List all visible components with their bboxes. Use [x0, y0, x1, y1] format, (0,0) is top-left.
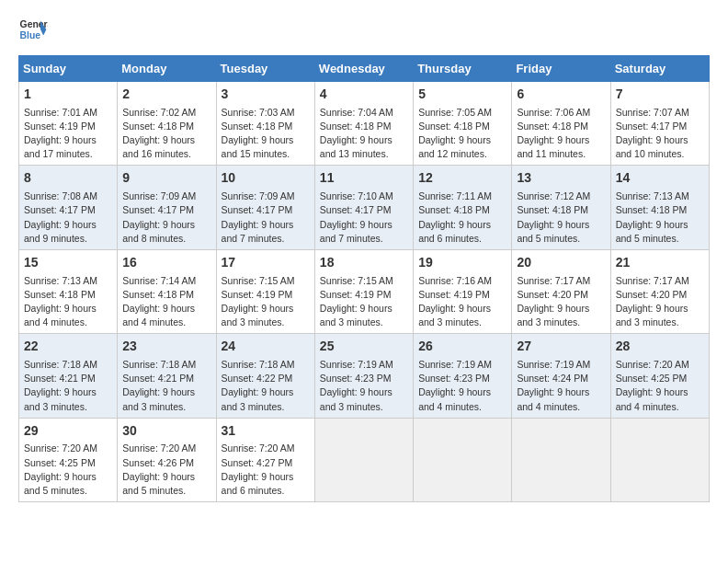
day-number: 30	[122, 422, 210, 441]
day-number: 8	[24, 169, 112, 188]
day-info: Sunrise: 7:19 AMSunset: 4:23 PMDaylight:…	[320, 358, 408, 414]
day-info: Sunrise: 7:02 AMSunset: 4:18 PMDaylight:…	[122, 106, 210, 162]
day-cell: 8Sunrise: 7:08 AMSunset: 4:17 PMDaylight…	[19, 166, 118, 249]
day-info: Sunrise: 7:05 AMSunset: 4:18 PMDaylight:…	[418, 106, 506, 162]
week-row-1: 1Sunrise: 7:01 AMSunset: 4:19 PMDaylight…	[19, 82, 710, 166]
day-number: 19	[418, 254, 506, 272]
day-info: Sunrise: 7:19 AMSunset: 4:24 PMDaylight:…	[517, 358, 605, 414]
day-cell	[610, 418, 709, 501]
day-info: Sunrise: 7:17 AMSunset: 4:20 PMDaylight:…	[517, 274, 605, 330]
day-info: Sunrise: 7:08 AMSunset: 4:17 PMDaylight:…	[24, 190, 112, 246]
day-info: Sunrise: 7:20 AMSunset: 4:26 PMDaylight:…	[122, 442, 210, 498]
day-number: 22	[24, 338, 112, 356]
header-cell-tuesday: Tuesday	[216, 56, 314, 82]
day-cell: 19Sunrise: 7:16 AMSunset: 4:19 PMDayligh…	[414, 249, 512, 333]
day-info: Sunrise: 7:11 AMSunset: 4:18 PMDaylight:…	[418, 190, 506, 246]
logo: General Blue	[18, 15, 51, 44]
day-cell	[414, 418, 512, 501]
day-number: 25	[320, 338, 408, 356]
day-cell: 5Sunrise: 7:05 AMSunset: 4:18 PMDaylight…	[414, 82, 512, 166]
logo-icon: General Blue	[18, 15, 48, 44]
day-number: 27	[517, 338, 605, 356]
day-cell: 11Sunrise: 7:10 AMSunset: 4:17 PMDayligh…	[314, 166, 413, 249]
day-cell: 25Sunrise: 7:19 AMSunset: 4:23 PMDayligh…	[314, 334, 413, 418]
day-cell: 16Sunrise: 7:14 AMSunset: 4:18 PMDayligh…	[118, 249, 216, 333]
day-number: 5	[418, 86, 506, 104]
day-number: 13	[517, 169, 605, 188]
day-number: 23	[122, 338, 210, 356]
day-number: 24	[222, 338, 310, 356]
day-info: Sunrise: 7:12 AMSunset: 4:18 PMDaylight:…	[517, 190, 605, 246]
header-row: SundayMondayTuesdayWednesdayThursdayFrid…	[19, 56, 710, 82]
week-row-2: 8Sunrise: 7:08 AMSunset: 4:17 PMDaylight…	[19, 166, 710, 249]
day-number: 21	[616, 254, 704, 272]
day-cell: 26Sunrise: 7:19 AMSunset: 4:23 PMDayligh…	[414, 334, 512, 418]
day-cell: 21Sunrise: 7:17 AMSunset: 4:20 PMDayligh…	[610, 249, 709, 333]
day-info: Sunrise: 7:20 AMSunset: 4:27 PMDaylight:…	[222, 442, 310, 498]
day-info: Sunrise: 7:03 AMSunset: 4:18 PMDaylight:…	[222, 106, 310, 162]
day-cell: 15Sunrise: 7:13 AMSunset: 4:18 PMDayligh…	[19, 249, 118, 333]
day-info: Sunrise: 7:07 AMSunset: 4:17 PMDaylight:…	[616, 106, 704, 162]
day-number: 17	[222, 254, 310, 272]
week-row-5: 29Sunrise: 7:20 AMSunset: 4:25 PMDayligh…	[19, 418, 710, 501]
day-cell: 13Sunrise: 7:12 AMSunset: 4:18 PMDayligh…	[512, 166, 610, 249]
header-cell-sunday: Sunday	[19, 56, 118, 82]
header-cell-saturday: Saturday	[610, 56, 709, 82]
day-number: 9	[122, 169, 210, 188]
day-cell: 20Sunrise: 7:17 AMSunset: 4:20 PMDayligh…	[512, 249, 610, 333]
day-info: Sunrise: 7:14 AMSunset: 4:18 PMDaylight:…	[122, 274, 210, 330]
day-cell: 27Sunrise: 7:19 AMSunset: 4:24 PMDayligh…	[512, 334, 610, 418]
day-info: Sunrise: 7:20 AMSunset: 4:25 PMDaylight:…	[24, 442, 112, 498]
day-cell: 12Sunrise: 7:11 AMSunset: 4:18 PMDayligh…	[414, 166, 512, 249]
day-cell: 22Sunrise: 7:18 AMSunset: 4:21 PMDayligh…	[19, 334, 118, 418]
day-number: 14	[616, 169, 704, 188]
header-cell-thursday: Thursday	[414, 56, 512, 82]
day-number: 16	[122, 254, 210, 272]
day-info: Sunrise: 7:15 AMSunset: 4:19 PMDaylight:…	[320, 274, 408, 330]
day-info: Sunrise: 7:13 AMSunset: 4:18 PMDaylight:…	[616, 190, 704, 246]
day-number: 15	[24, 254, 112, 272]
day-cell: 14Sunrise: 7:13 AMSunset: 4:18 PMDayligh…	[610, 166, 709, 249]
day-cell: 2Sunrise: 7:02 AMSunset: 4:18 PMDaylight…	[118, 82, 216, 166]
day-cell: 28Sunrise: 7:20 AMSunset: 4:25 PMDayligh…	[610, 334, 709, 418]
day-info: Sunrise: 7:19 AMSunset: 4:23 PMDaylight:…	[418, 358, 506, 414]
day-info: Sunrise: 7:15 AMSunset: 4:19 PMDaylight:…	[222, 274, 310, 330]
day-info: Sunrise: 7:09 AMSunset: 4:17 PMDaylight:…	[122, 190, 210, 246]
day-cell: 17Sunrise: 7:15 AMSunset: 4:19 PMDayligh…	[216, 249, 314, 333]
day-info: Sunrise: 7:13 AMSunset: 4:18 PMDaylight:…	[24, 274, 112, 330]
day-number: 11	[320, 169, 408, 188]
header-cell-friday: Friday	[512, 56, 610, 82]
day-info: Sunrise: 7:09 AMSunset: 4:17 PMDaylight:…	[222, 190, 310, 246]
calendar-table: SundayMondayTuesdayWednesdayThursdayFrid…	[18, 55, 710, 502]
day-cell	[314, 418, 413, 501]
week-row-4: 22Sunrise: 7:18 AMSunset: 4:21 PMDayligh…	[19, 334, 710, 418]
day-info: Sunrise: 7:18 AMSunset: 4:21 PMDaylight:…	[122, 358, 210, 414]
day-number: 7	[616, 86, 704, 104]
day-number: 28	[616, 338, 704, 356]
day-number: 10	[222, 169, 310, 188]
day-number: 3	[222, 86, 310, 104]
day-cell: 10Sunrise: 7:09 AMSunset: 4:17 PMDayligh…	[216, 166, 314, 249]
svg-text:Blue: Blue	[20, 30, 41, 40]
day-cell: 18Sunrise: 7:15 AMSunset: 4:19 PMDayligh…	[314, 249, 413, 333]
day-info: Sunrise: 7:04 AMSunset: 4:18 PMDaylight:…	[320, 106, 408, 162]
day-number: 1	[24, 86, 112, 104]
day-cell: 3Sunrise: 7:03 AMSunset: 4:18 PMDaylight…	[216, 82, 314, 166]
day-number: 20	[517, 254, 605, 272]
day-info: Sunrise: 7:18 AMSunset: 4:22 PMDaylight:…	[222, 358, 310, 414]
header-cell-monday: Monday	[118, 56, 216, 82]
day-number: 12	[418, 169, 506, 188]
day-info: Sunrise: 7:16 AMSunset: 4:19 PMDaylight:…	[418, 274, 506, 330]
day-cell: 6Sunrise: 7:06 AMSunset: 4:18 PMDaylight…	[512, 82, 610, 166]
day-number: 4	[320, 86, 408, 104]
day-number: 18	[320, 254, 408, 272]
day-cell: 9Sunrise: 7:09 AMSunset: 4:17 PMDaylight…	[118, 166, 216, 249]
day-number: 29	[24, 422, 112, 441]
day-info: Sunrise: 7:10 AMSunset: 4:17 PMDaylight:…	[320, 190, 408, 246]
day-number: 2	[122, 86, 210, 104]
day-cell: 24Sunrise: 7:18 AMSunset: 4:22 PMDayligh…	[216, 334, 314, 418]
day-info: Sunrise: 7:01 AMSunset: 4:19 PMDaylight:…	[24, 106, 112, 162]
day-info: Sunrise: 7:18 AMSunset: 4:21 PMDaylight:…	[24, 358, 112, 414]
header-cell-wednesday: Wednesday	[314, 56, 413, 82]
svg-marker-3	[40, 29, 46, 35]
